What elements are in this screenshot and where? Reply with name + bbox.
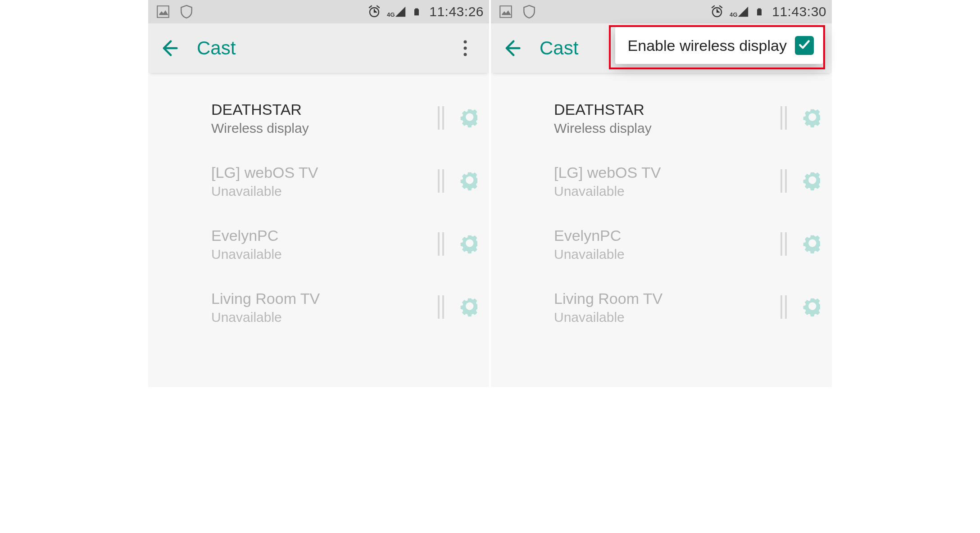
device-settings-button[interactable] xyxy=(457,233,477,255)
screenshot-left: 4G 11:43:26 Cast DEAT xyxy=(148,0,490,387)
device-list: DEATHSTAR Wireless display [LG] webOS TV… xyxy=(148,73,489,339)
menu-item-enable-wireless-display[interactable]: Enable wireless display xyxy=(628,37,787,54)
device-subtitle: Wireless display xyxy=(211,121,438,136)
more-vert-icon xyxy=(462,39,468,57)
battery-icon xyxy=(755,5,764,18)
app-bar: Cast xyxy=(148,23,489,73)
device-subtitle: Unavailable xyxy=(211,310,438,325)
signal-icon xyxy=(737,5,749,18)
device-subtitle: Unavailable xyxy=(554,184,780,199)
page-title: Cast xyxy=(540,37,578,59)
device-subtitle: Unavailable xyxy=(554,310,780,325)
drag-handle-icon[interactable] xyxy=(438,169,447,193)
device-row[interactable]: EvelynPC Unavailable xyxy=(491,212,832,276)
device-row[interactable]: [LG] webOS TV Unavailable xyxy=(491,149,832,212)
drag-handle-icon[interactable] xyxy=(780,169,789,193)
image-icon xyxy=(498,4,513,19)
image-icon xyxy=(155,4,171,19)
overflow-menu: Enable wireless display xyxy=(615,27,823,64)
alarm-icon xyxy=(367,5,381,19)
check-icon xyxy=(798,39,811,52)
device-row[interactable]: [LG] webOS TV Unavailable xyxy=(148,149,489,212)
device-subtitle: Wireless display xyxy=(554,121,780,136)
device-name: EvelynPC xyxy=(211,226,438,245)
device-name: Living Room TV xyxy=(554,289,780,308)
shield-icon xyxy=(179,4,194,19)
device-row[interactable]: DEATHSTAR Wireless display xyxy=(148,86,489,149)
device-row[interactable]: Living Room TV Unavailable xyxy=(491,276,832,339)
shield-icon xyxy=(522,4,537,19)
status-bar: 4G 11:43:26 xyxy=(148,0,489,23)
device-settings-button[interactable] xyxy=(799,107,820,129)
enable-wireless-display-checkbox[interactable] xyxy=(795,36,814,55)
back-arrow-icon xyxy=(160,38,180,58)
device-name: [LG] webOS TV xyxy=(211,163,438,182)
device-row[interactable]: DEATHSTAR Wireless display xyxy=(491,86,832,149)
drag-handle-icon[interactable] xyxy=(780,295,789,319)
more-options-button[interactable] xyxy=(449,32,481,64)
drag-handle-icon[interactable] xyxy=(438,106,447,130)
back-button[interactable] xyxy=(156,35,183,62)
device-name: DEATHSTAR xyxy=(211,100,438,119)
device-subtitle: Unavailable xyxy=(554,247,780,262)
page-title: Cast xyxy=(197,37,236,59)
device-name: [LG] webOS TV xyxy=(554,163,780,182)
device-row[interactable]: Living Room TV Unavailable xyxy=(148,276,489,339)
back-arrow-icon xyxy=(503,38,522,58)
drag-handle-icon[interactable] xyxy=(438,295,447,319)
device-subtitle: Unavailable xyxy=(211,184,438,199)
device-name: Living Room TV xyxy=(211,289,438,308)
drag-handle-icon[interactable] xyxy=(780,232,789,256)
status-bar: 4G 11:43:30 xyxy=(491,0,832,23)
drag-handle-icon[interactable] xyxy=(438,232,447,256)
drag-handle-icon[interactable] xyxy=(780,106,789,130)
screenshot-right: 4G 11:43:30 Cast Enable wireless display xyxy=(490,0,832,387)
device-settings-button[interactable] xyxy=(457,107,477,129)
device-settings-button[interactable] xyxy=(457,170,477,192)
signal-icon xyxy=(394,5,407,18)
back-button[interactable] xyxy=(499,35,526,62)
device-row[interactable]: EvelynPC Unavailable xyxy=(148,212,489,276)
device-name: EvelynPC xyxy=(554,226,780,245)
device-list: DEATHSTAR Wireless display [LG] webOS TV… xyxy=(491,73,832,339)
battery-icon xyxy=(412,5,421,18)
clock-time: 11:43:26 xyxy=(429,4,484,19)
alarm-icon xyxy=(710,5,724,19)
device-settings-button[interactable] xyxy=(799,296,820,318)
device-name: DEATHSTAR xyxy=(554,100,780,119)
device-settings-button[interactable] xyxy=(799,233,820,255)
clock-time: 11:43:30 xyxy=(772,4,826,19)
device-settings-button[interactable] xyxy=(457,296,477,318)
device-settings-button[interactable] xyxy=(799,170,820,192)
device-subtitle: Unavailable xyxy=(211,247,438,262)
